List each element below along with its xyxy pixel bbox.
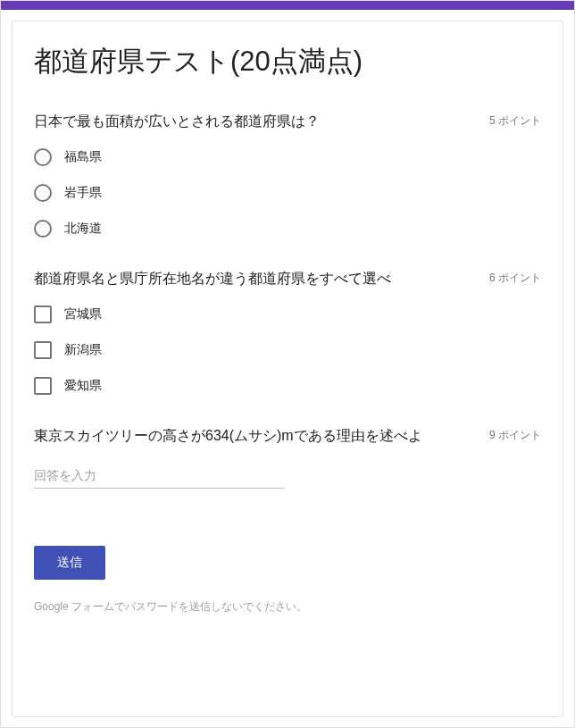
checkbox-icon: [34, 305, 52, 323]
q1-option-1-label: 岩手県: [64, 185, 102, 201]
q2-option-1-label: 新潟県: [64, 342, 102, 358]
q3-answer-input[interactable]: [34, 463, 284, 489]
question-2-points: 6 ポイント: [489, 268, 541, 286]
question-1: 日本で最も面積が広いとされる都道府県は？ 5 ポイント 福島県 岩手県 北海道: [34, 111, 541, 238]
submit-button[interactable]: 送信: [34, 546, 105, 580]
form-card: 都道府県テスト(20点満点) 日本で最も面積が広いとされる都道府県は？ 5 ポイ…: [12, 21, 563, 717]
radio-icon: [34, 220, 52, 238]
q1-option-1[interactable]: 岩手県: [34, 184, 541, 202]
question-3-points: 9 ポイント: [489, 425, 541, 443]
checkbox-icon: [34, 377, 52, 395]
question-2-header: 都道府県名と県庁所在地名が違う都道府県をすべて選べ 6 ポイント: [34, 268, 541, 289]
q1-option-2-label: 北海道: [64, 221, 102, 237]
q2-option-0[interactable]: 宮城県: [34, 305, 541, 323]
form-title: 都道府県テスト(20点満点): [34, 43, 541, 80]
q2-option-2[interactable]: 愛知県: [34, 377, 541, 395]
q2-option-1[interactable]: 新潟県: [34, 341, 541, 359]
q2-option-0-label: 宮城県: [64, 306, 102, 322]
question-3-title: 東京スカイツリーの高さが634(ムサシ)mである理由を述べよ: [34, 425, 489, 447]
question-2-title: 都道府県名と県庁所在地名が違う都道府県をすべて選べ: [34, 268, 489, 289]
question-2: 都道府県名と県庁所在地名が違う都道府県をすべて選べ 6 ポイント 宮城県 新潟県…: [34, 268, 541, 395]
question-3: 東京スカイツリーの高さが634(ムサシ)mである理由を述べよ 9 ポイント: [34, 425, 541, 489]
q1-option-2[interactable]: 北海道: [34, 220, 541, 238]
question-1-header: 日本で最も面積が広いとされる都道府県は？ 5 ポイント: [34, 111, 541, 132]
accent-bar: [1, 1, 574, 10]
question-1-title: 日本で最も面積が広いとされる都道府県は？: [34, 111, 489, 132]
footer-note: Google フォームでパスワードを送信しないでください。: [34, 599, 541, 615]
q2-option-2-label: 愛知県: [64, 378, 102, 394]
checkbox-icon: [34, 341, 52, 359]
radio-icon: [34, 148, 52, 166]
radio-icon: [34, 184, 52, 202]
q1-option-0[interactable]: 福島県: [34, 148, 541, 166]
question-1-points: 5 ポイント: [489, 111, 541, 129]
question-3-header: 東京スカイツリーの高さが634(ムサシ)mである理由を述べよ 9 ポイント: [34, 425, 541, 447]
form-container: 都道府県テスト(20点満点) 日本で最も面積が広いとされる都道府県は？ 5 ポイ…: [0, 0, 575, 728]
q1-option-0-label: 福島県: [64, 149, 102, 165]
